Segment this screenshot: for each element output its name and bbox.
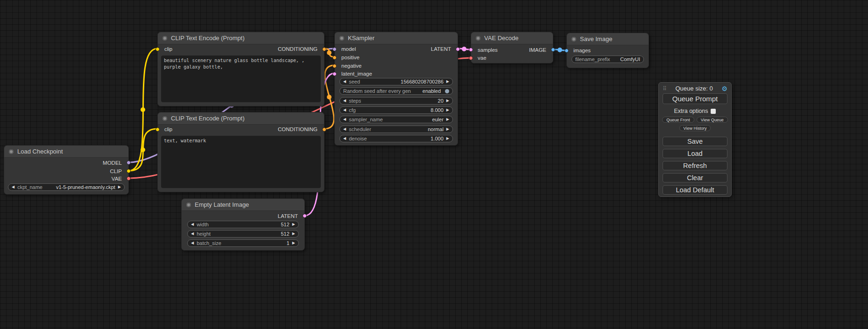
increment-icon[interactable]: ▶ <box>292 241 295 245</box>
slot-clip-input[interactable] <box>155 127 160 132</box>
slot-images-input[interactable] <box>565 49 569 53</box>
extra-options-checkbox[interactable] <box>711 109 716 114</box>
increment-icon[interactable]: ▶ <box>446 137 449 140</box>
widget-scheduler[interactable]: ◀ scheduler normal ▶ <box>339 126 453 133</box>
slot-vae-input[interactable] <box>469 56 473 60</box>
clear-button[interactable]: Clear <box>663 173 727 182</box>
widget-label: batch_size <box>197 240 221 246</box>
widget-denoise[interactable]: ◀ denoise 1.000 ▶ <box>339 135 453 142</box>
collapse-dot-icon[interactable] <box>476 36 480 41</box>
node-save-image[interactable]: Save Image images filename_prefix ComfyU… <box>566 33 649 68</box>
slot-vae-output[interactable] <box>127 176 131 181</box>
widget-steps[interactable]: ◀ steps 20 ▶ <box>339 97 453 105</box>
toggle-indicator-icon[interactable] <box>445 89 449 93</box>
decrement-icon[interactable]: ◀ <box>343 127 346 131</box>
increment-icon[interactable]: ▶ <box>292 223 295 226</box>
slot-model-output[interactable] <box>127 161 131 165</box>
slot-conditioning-output[interactable] <box>322 127 326 132</box>
widget-height[interactable]: ◀ height 512 ▶ <box>187 230 299 238</box>
slot-latent-output[interactable] <box>456 47 460 51</box>
link-midpoint-dot <box>557 48 562 52</box>
view-queue-button[interactable]: View Queue <box>697 117 728 123</box>
node-graph-canvas[interactable]: Load Checkpoint MODEL CLIP VAE ◀ ckpt_na… <box>0 0 868 329</box>
collapse-dot-icon[interactable] <box>186 203 191 207</box>
queue-prompt-button[interactable]: Queue Prompt <box>663 93 727 104</box>
widget-cfg[interactable]: ◀ cfg 8.000 ▶ <box>339 106 453 114</box>
input-label-positive: positive <box>341 55 360 61</box>
widget-value: enabled <box>423 88 441 94</box>
view-history-button[interactable]: View History <box>679 125 711 131</box>
decrement-icon[interactable]: ◀ <box>191 223 194 226</box>
output-label-vae: VAE <box>112 176 122 182</box>
increment-icon[interactable]: ▶ <box>118 185 121 189</box>
slot-conditioning-output[interactable] <box>322 47 326 51</box>
increment-icon[interactable]: ▶ <box>446 118 449 121</box>
decrement-icon[interactable]: ◀ <box>191 241 194 245</box>
collapse-dot-icon[interactable] <box>9 149 14 154</box>
widget-value: ComfyUI <box>620 56 640 62</box>
widget-random-seed-toggle[interactable]: Random seed after every gen enabled <box>339 87 453 95</box>
node-clip-text-encode-positive[interactable]: CLIP Text Encode (Prompt) clip CONDITION… <box>157 32 325 106</box>
slot-latent-output[interactable] <box>303 214 307 218</box>
node-title: Empty Latent Image <box>195 201 249 208</box>
refresh-button[interactable]: Refresh <box>663 161 727 170</box>
slot-samples-input[interactable] <box>469 48 473 52</box>
decrement-icon[interactable]: ◀ <box>343 118 346 121</box>
queue-front-button[interactable]: Queue Front <box>662 117 694 123</box>
increment-icon[interactable]: ▶ <box>446 99 449 103</box>
widget-value: 8.000 <box>430 107 444 113</box>
decrement-icon[interactable]: ◀ <box>343 99 346 103</box>
node-title-bar[interactable]: Load Checkpoint <box>4 146 128 158</box>
node-title-bar[interactable]: CLIP Text Encode (Prompt) <box>158 112 324 125</box>
increment-icon[interactable]: ▶ <box>446 127 449 131</box>
widget-value: 1 <box>287 240 289 246</box>
node-clip-text-encode-negative[interactable]: CLIP Text Encode (Prompt) clip CONDITION… <box>157 112 325 192</box>
load-default-button[interactable]: Load Default <box>663 185 727 195</box>
node-empty-latent-image[interactable]: Empty Latent Image LATENT ◀ width 512 ▶ … <box>181 198 305 251</box>
slot-latent-image-input[interactable] <box>332 72 337 76</box>
node-title-bar[interactable]: CLIP Text Encode (Prompt) <box>158 32 324 44</box>
load-button[interactable]: Load <box>663 149 727 158</box>
save-button[interactable]: Save <box>663 137 727 146</box>
widget-batch-size[interactable]: ◀ batch_size 1 ▶ <box>187 239 299 247</box>
collapse-dot-icon[interactable] <box>339 36 344 41</box>
widget-sampler-name[interactable]: ◀ sampler_name euler ▶ <box>339 116 453 123</box>
node-load-checkpoint[interactable]: Load Checkpoint MODEL CLIP VAE ◀ ckpt_na… <box>4 145 129 195</box>
widget-ckpt-name[interactable]: ◀ ckpt_name v1-5-pruned-emaonly.ckpt ▶ <box>8 183 125 191</box>
increment-icon[interactable]: ▶ <box>446 80 449 84</box>
node-ksampler[interactable]: KSampler model positive negative latent_… <box>334 32 458 146</box>
increment-icon[interactable]: ▶ <box>292 232 295 236</box>
decrement-icon[interactable]: ◀ <box>343 108 346 112</box>
decrement-icon[interactable]: ◀ <box>12 185 14 189</box>
decrement-icon[interactable]: ◀ <box>191 232 194 236</box>
prompt-textarea[interactable]: beautiful scenery nature glass bottle la… <box>161 56 321 102</box>
node-vae-decode[interactable]: VAE Decode samples vae IMAGE <box>471 32 553 63</box>
decrement-icon[interactable]: ◀ <box>343 137 346 140</box>
collapse-dot-icon[interactable] <box>162 36 167 41</box>
input-label-model: model <box>341 46 356 52</box>
slot-image-output[interactable] <box>551 48 555 52</box>
drag-handle-icon[interactable]: ⠿ <box>663 85 667 92</box>
increment-icon[interactable]: ▶ <box>446 108 449 112</box>
widget-width[interactable]: ◀ width 512 ▶ <box>187 221 299 228</box>
node-title: CLIP Text Encode (Prompt) <box>171 35 245 42</box>
slot-model-input[interactable] <box>332 47 337 51</box>
node-title-bar[interactable]: KSampler <box>335 32 458 44</box>
slot-positive-input[interactable] <box>332 56 337 60</box>
widget-label: sampler_name <box>349 117 383 122</box>
slot-clip-output[interactable] <box>127 169 131 173</box>
node-title-bar[interactable]: VAE Decode <box>471 32 553 44</box>
slot-clip-input[interactable] <box>155 47 160 51</box>
settings-gear-icon[interactable]: ⚙ <box>721 85 727 92</box>
collapse-dot-icon[interactable] <box>572 37 576 42</box>
collapse-dot-icon[interactable] <box>162 116 167 121</box>
decrement-icon[interactable]: ◀ <box>343 80 346 84</box>
queue-panel-header: ⠿ Queue size: 0 ⚙ <box>663 85 727 92</box>
slot-negative-input[interactable] <box>332 64 337 68</box>
prompt-textarea[interactable]: text, watermark <box>161 136 321 188</box>
widget-seed[interactable]: ◀ seed 156680208700286 ▶ <box>339 78 453 85</box>
widget-label: width <box>197 222 209 227</box>
node-title-bar[interactable]: Empty Latent Image <box>182 199 304 211</box>
node-title-bar[interactable]: Save Image <box>567 33 649 45</box>
widget-filename-prefix[interactable]: filename_prefix ComfyUI <box>572 56 644 63</box>
